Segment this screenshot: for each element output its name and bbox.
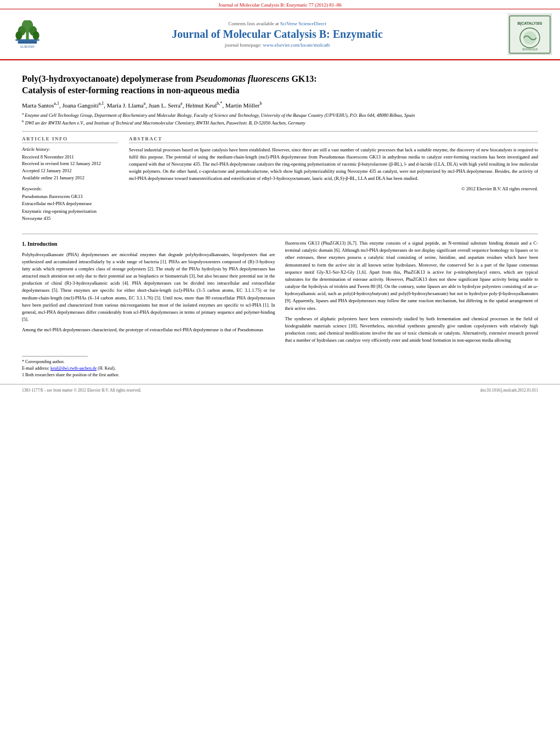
email-footnote: E-mail address: keul@dwi.rwth-aachen.de … [22, 365, 538, 372]
sciverse-link[interactable]: SciVerse ScienceDirect [280, 21, 326, 26]
article-info-column: ARTICLE INFO Article history: Received 8… [22, 136, 118, 227]
available-date: Available online 21 January 2012 [22, 174, 118, 182]
journal-logo-right: B|CATALYSIS SPRINGER [505, 14, 555, 55]
intro-col2-p1: fluorescens GK13 (PhaZGK13) [6,7]. This … [285, 240, 539, 312]
keyword-3: Enzymatic ring-opening polymerization [22, 208, 118, 216]
article-title: Poly(3-hydroxyoctanoate) depolymerase fr… [22, 73, 538, 97]
svg-point-5 [15, 31, 22, 39]
svg-rect-7 [18, 41, 37, 43]
authors-line: Marta Santosa,1, Joana Gangoitia,1, Marí… [22, 101, 538, 109]
abstract-column: ABSTRACT Several industrial processes ba… [129, 136, 538, 227]
main-content: Poly(3-hydroxyoctanoate) depolymerase fr… [0, 60, 560, 353]
journal-header: ELSEVIER Contents lists available at Sci… [0, 9, 560, 60]
keyword-1: Pseudomonas fluorescens GK13 [22, 193, 118, 201]
body-divider [22, 234, 538, 234]
corresponding-author: * Corresponding author. [22, 359, 538, 365]
svg-point-6 [33, 31, 39, 39]
journal-header-center: Contents lists available at SciVerse Sci… [54, 14, 501, 55]
accepted-date: Accepted 12 January 2012 [22, 167, 118, 174]
keyword-2: Extracellular mcl-PHA depolymerase [22, 200, 118, 208]
sciverse-line: Contents lists available at SciVerse Sci… [54, 21, 501, 26]
footnote-divider [22, 356, 88, 357]
svg-text:B|CATALYSIS: B|CATALYSIS [517, 21, 542, 26]
introduction-section: 1. Introduction Polyhydroxyalkanoate (PH… [22, 240, 538, 347]
page-footer: 1381-1177/$ – see front matter © 2012 El… [0, 384, 560, 396]
received-date: Received 8 November 2011 [22, 154, 118, 161]
svg-text:SPRINGER: SPRINGER [522, 48, 538, 51]
affiliations: a Enzyme and Cell Technology Group, Depa… [22, 111, 538, 126]
article-history-label: Article history: [22, 146, 118, 152]
journal-homepage: journal homepage: www.elsevier.com/locat… [54, 42, 501, 48]
received-revised-date: Received in revised form 12 January 2012 [22, 160, 118, 167]
keyword-4: Novozyme 435 [22, 215, 118, 223]
article-info-header: ARTICLE INFO [22, 136, 118, 143]
catalysis-logo-svg: B|CATALYSIS SPRINGER [508, 15, 551, 54]
email-link[interactable]: keul@dwi.rwth-aachen.de [50, 366, 97, 371]
homepage-url[interactable]: www.elsevier.com/locate/molcatb [263, 42, 330, 48]
abstract-header: ABSTRACT [129, 136, 538, 143]
elsevier-tree-icon: ELSEVIER [13, 20, 42, 49]
keywords-block: Keywords: Pseudomonas fluorescens GK13 E… [22, 186, 118, 223]
copyright-line: © 2012 Elsevier B.V. All rights reserved… [129, 186, 538, 191]
section-divider [22, 131, 538, 132]
intro-col2-p2: The syntheses of aliphatic polyesters ha… [285, 315, 539, 344]
article-history-block: Article history: Received 8 November 201… [22, 146, 118, 182]
intro-p1: Polyhydroxyalkanoate (PHA) depolymerases… [22, 251, 275, 324]
body-left-column: 1. Introduction Polyhydroxyalkanoate (PH… [22, 240, 275, 347]
elsevier-logo-container: ELSEVIER [5, 14, 49, 55]
footnotes: * Corresponding author. E-mail address: … [0, 353, 560, 378]
abstract-text: Several industrial processes based on li… [129, 146, 538, 183]
elsevier-logo: ELSEVIER [13, 20, 42, 49]
journal-top-bar: Journal of Molecular Catalysis B: Enzyma… [0, 0, 560, 9]
fn1-text: 1 Both researchers share the position of… [22, 372, 538, 378]
doi-line: doi:10.1016/j.molcatb.2012.01.011 [480, 388, 538, 393]
issn-line: 1381-1177/$ – see front matter © 2012 El… [22, 388, 142, 393]
intro-p2: Among the mcl-PHA depolymerases characte… [22, 326, 275, 333]
journal-title: Journal of Molecular Catalysis B: Enzyma… [54, 28, 501, 41]
journal-citation: Journal of Molecular Catalysis B: Enzyma… [218, 2, 341, 8]
info-abstract-section: ARTICLE INFO Article history: Received 8… [22, 136, 538, 227]
body-right-column: fluorescens GK13 (PhaZGK13) [6,7]. This … [285, 240, 539, 347]
intro-heading: 1. Introduction [22, 240, 275, 248]
svg-text:ELSEVIER: ELSEVIER [20, 45, 35, 48]
biocatalysis-logo: B|CATALYSIS SPRINGER [508, 14, 552, 55]
keywords-label: Keywords: [22, 186, 118, 191]
